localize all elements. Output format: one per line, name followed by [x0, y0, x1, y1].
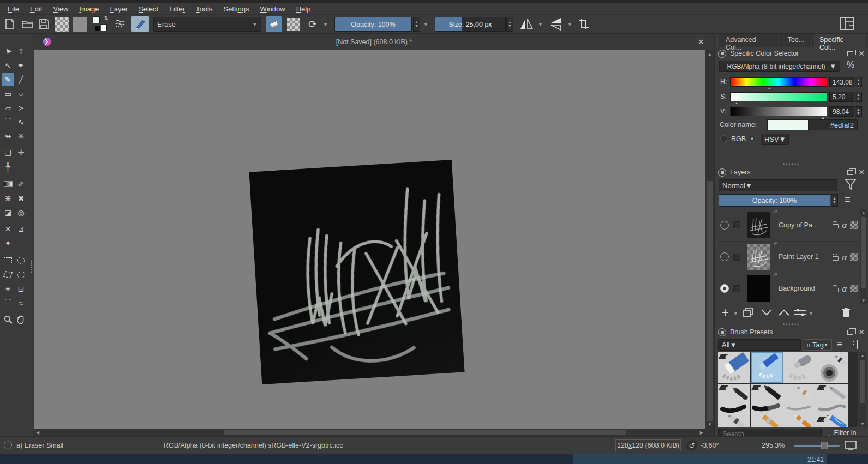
- layer-name[interactable]: Paint Layer 1: [779, 253, 819, 261]
- docker-tab-advancedcol[interactable]: Advanced Col...: [719, 34, 779, 47]
- tool-measure-icon[interactable]: ⊿: [15, 222, 27, 235]
- brush-preset-marker-dry[interactable]: [751, 384, 783, 415]
- tool-freehand-brush-icon[interactable]: ✎: [2, 73, 14, 86]
- percent-toggle[interactable]: %: [847, 60, 854, 70]
- layer-visibility-icon[interactable]: [720, 221, 729, 230]
- mirror-horizontal-arrow-icon[interactable]: ▼: [538, 22, 543, 27]
- tool-freehand-select-icon[interactable]: [15, 268, 27, 281]
- size-slider[interactable]: Size: 25,00 px: [435, 17, 506, 32]
- slider-marker-icon[interactable]: ▲: [767, 86, 771, 90]
- menu-view[interactable]: View: [47, 4, 74, 14]
- tool-rect-select-icon[interactable]: [2, 254, 14, 267]
- opacity-spinner[interactable]: ▲▼: [413, 17, 420, 32]
- tool-colorize-mask-icon[interactable]: ❋: [2, 192, 14, 204]
- tool-magnetic-select-icon[interactable]: ≈: [15, 297, 27, 309]
- channel-spinner-hue[interactable]: ▲▼: [855, 77, 862, 87]
- docker-tab-specificcol[interactable]: Specific Col...: [812, 34, 867, 47]
- layer-alpha-icon[interactable]: α: [842, 220, 847, 230]
- image-dimensions-button[interactable]: 128 x 128 (608,0 KiB): [615, 439, 681, 451]
- tool-similar-select-icon[interactable]: ✴: [2, 282, 14, 295]
- new-document-button[interactable]: [2, 16, 17, 32]
- tool-dynamic-brush-icon[interactable]: ↬: [2, 130, 14, 142]
- move-layer-down-button[interactable]: [759, 305, 774, 320]
- zoom-slider[interactable]: [794, 445, 840, 447]
- menu-help[interactable]: Help: [291, 4, 316, 14]
- channel-spinner-sat[interactable]: ▲▼: [855, 92, 862, 102]
- brush-preset-blender-silver[interactable]: [718, 415, 750, 427]
- brush-preset-eraser-small[interactable]: [751, 352, 783, 383]
- scroll-down-icon[interactable]: ▼: [861, 298, 866, 303]
- reload-dropdown-arrow-icon[interactable]: ▼: [323, 22, 328, 27]
- menu-settings[interactable]: Settings: [218, 4, 254, 14]
- tool-transform-icon[interactable]: ❏: [2, 146, 14, 159]
- layer-filter-icon[interactable]: [845, 178, 857, 191]
- tool-assistants-icon[interactable]: ✕: [2, 222, 14, 235]
- brush-preset-brush-orange[interactable]: [783, 415, 816, 427]
- layer-alpha-icon[interactable]: α: [842, 252, 847, 262]
- foreground-color-swatch[interactable]: [93, 16, 100, 23]
- scroll-left-icon[interactable]: ◀: [36, 430, 39, 435]
- tool-calligraphy-icon[interactable]: ✒: [15, 59, 27, 71]
- menu-select[interactable]: Select: [133, 4, 164, 14]
- layer-visibility-icon[interactable]: [720, 252, 729, 261]
- tool-pan-icon[interactable]: [15, 313, 27, 326]
- canvas-horizontal-scrollbar[interactable]: ◀ ▶: [34, 429, 714, 436]
- brush-preset-eraser-large[interactable]: [718, 352, 750, 383]
- docker-tab-too[interactable]: Too...: [780, 34, 811, 47]
- channel-value-val[interactable]: 98,04: [829, 106, 854, 117]
- tool-sample-select-icon[interactable]: ⊡: [15, 282, 27, 295]
- blend-mode-dropdown[interactable]: Normal ▼: [719, 179, 837, 191]
- close-panel-icon[interactable]: ✕: [858, 49, 865, 58]
- float-panel-icon[interactable]: [847, 170, 853, 175]
- tag-button[interactable]: Tag ▼: [804, 339, 832, 351]
- tool-edit-shapes-icon[interactable]: ↖: [2, 59, 14, 71]
- colorspace-dropdown[interactable]: RGB/Alpha (8-bit integer/channel) ▼: [719, 61, 840, 72]
- gradient-chooser[interactable]: [55, 17, 69, 32]
- tool-polygon-select-icon[interactable]: [2, 268, 14, 281]
- properties-arrow-icon[interactable]: ▼: [809, 311, 813, 316]
- size-spinner[interactable]: ▲▼: [506, 17, 513, 32]
- close-panel-icon[interactable]: ✕: [858, 328, 865, 336]
- canvas-viewport[interactable]: [34, 50, 705, 429]
- fit-to-screen-icon[interactable]: [845, 441, 857, 450]
- hsv-radio[interactable]: [749, 135, 756, 142]
- menu-filter[interactable]: Filter: [164, 4, 190, 14]
- duplicate-layer-button[interactable]: [741, 305, 755, 320]
- docker-splitter-handle[interactable]: ••••••: [715, 162, 868, 166]
- menu-window[interactable]: Window: [254, 4, 290, 14]
- vertical-scroll-thumb[interactable]: [707, 181, 713, 421]
- layer-list-scrollbar[interactable]: ▲ ▼: [860, 209, 867, 304]
- layer-inherit-alpha-icon[interactable]: [850, 285, 858, 292]
- layer-options-icon[interactable]: ≡: [845, 194, 851, 206]
- preset-list-view-icon[interactable]: ≡: [837, 339, 843, 350]
- scroll-down-icon[interactable]: ▼: [860, 421, 865, 426]
- layer-name[interactable]: Copy of Pa...: [779, 221, 818, 229]
- delete-layer-button[interactable]: [839, 305, 853, 320]
- layer-thumbnail[interactable]: ⇗: [747, 275, 770, 302]
- brush-settings-button[interactable]: [112, 16, 128, 32]
- tool-crop-icon[interactable]: ╄: [2, 160, 14, 173]
- zoom-slider-handle[interactable]: [821, 442, 828, 449]
- tool-line-icon[interactable]: ╱: [15, 73, 27, 86]
- brush-editor-button[interactable]: [131, 16, 149, 32]
- menu-image[interactable]: Image: [74, 4, 104, 14]
- slider-marker-icon[interactable]: ▲: [735, 101, 739, 105]
- tool-rectangle-icon[interactable]: ▭: [2, 87, 14, 100]
- opacity-dropdown-arrow-icon[interactable]: ▼: [423, 22, 428, 27]
- brush-preset-ink-gpen[interactable]: [783, 384, 816, 415]
- layer-lock-icon[interactable]: [833, 224, 839, 228]
- scroll-up-icon[interactable]: ▲: [860, 353, 865, 358]
- channel-value-hue[interactable]: 143,08: [829, 77, 854, 87]
- tool-move-icon[interactable]: ✛: [15, 146, 27, 159]
- layer-name[interactable]: Background: [779, 285, 815, 292]
- brush-preset-pencil-blue[interactable]: [816, 415, 848, 427]
- layer-lock-icon[interactable]: [833, 288, 839, 292]
- canvas-tab-close-icon[interactable]: ✕: [697, 37, 704, 47]
- menu-file[interactable]: File: [2, 4, 25, 14]
- slider-marker-icon[interactable]: ▲: [821, 116, 825, 119]
- mirror-horizontal-button[interactable]: [519, 17, 534, 31]
- brush-preset-eraser-soft[interactable]: [783, 352, 816, 383]
- wrap-around-button[interactable]: [578, 17, 590, 31]
- pattern-chooser[interactable]: [73, 17, 87, 32]
- move-layer-up-button[interactable]: [777, 305, 791, 320]
